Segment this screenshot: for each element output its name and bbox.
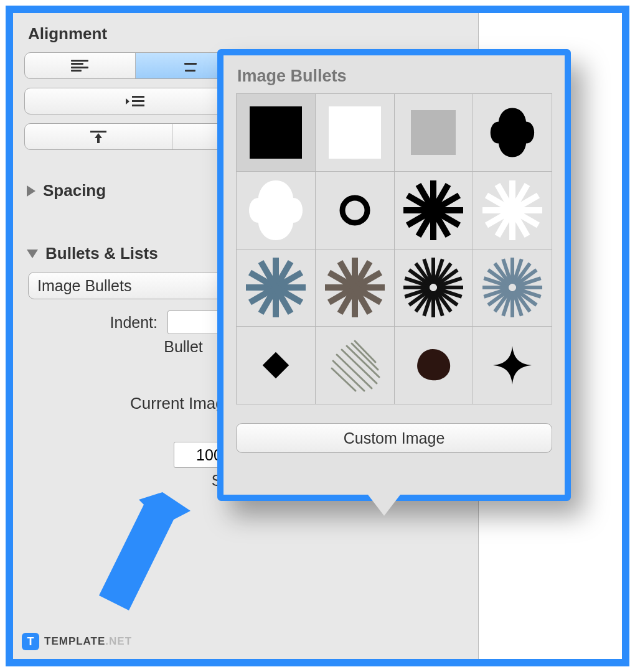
bullet-black-square[interactable]: [237, 94, 315, 171]
bullet-blue-asterisk[interactable]: [237, 250, 315, 327]
footer-badge: T TEMPLATE.NET: [22, 633, 132, 650]
align-left-icon: [71, 60, 88, 72]
popover-title: Image Bullets: [223, 55, 565, 93]
bullet-brown-blob[interactable]: [395, 327, 473, 404]
svg-rect-0: [132, 96, 144, 98]
bullet-black-quatrefoil[interactable]: [473, 94, 552, 171]
valign-top-button[interactable]: [25, 124, 172, 149]
image-bullets-popover: Image Bullets: [217, 49, 571, 501]
svg-rect-76: [263, 352, 289, 378]
popover-tail: [368, 495, 400, 516]
align-left-button[interactable]: [25, 53, 136, 78]
bullet-black-ring[interactable]: [316, 172, 394, 249]
alignment-heading: Alignment: [28, 24, 467, 44]
footer-logo-icon: T: [22, 633, 39, 650]
align-center-icon: [182, 60, 199, 72]
bullet-scribble-diamond[interactable]: [316, 327, 394, 404]
screenshot-frame: Alignment: [6, 6, 629, 666]
indent-decrease-icon: [125, 93, 146, 110]
valign-top-icon: [88, 129, 109, 145]
footer-brand: TEMPLATE.NET: [44, 635, 132, 648]
bullet-black-diamond[interactable]: [237, 327, 315, 404]
svg-rect-1: [132, 100, 144, 102]
svg-rect-2: [132, 105, 144, 106]
custom-image-button[interactable]: Custom Image: [236, 423, 552, 453]
spacing-heading: Spacing: [43, 181, 106, 200]
bullet-black-sunburst[interactable]: [395, 250, 473, 327]
bullet-white-quatrefoil[interactable]: [237, 172, 315, 249]
bullet-black-asterisk[interactable]: [395, 172, 473, 249]
bullets-heading: Bullets & Lists: [45, 244, 158, 263]
custom-image-label: Custom Image: [344, 429, 445, 447]
bullet-white-asterisk[interactable]: [473, 172, 552, 249]
bullet-gray-square[interactable]: [395, 94, 473, 171]
svg-point-11: [342, 198, 367, 223]
indent-decrease-button[interactable]: [25, 88, 246, 114]
chevron-right-icon: [27, 185, 35, 197]
svg-rect-7: [97, 138, 100, 143]
bullet-white-square[interactable]: [316, 94, 394, 171]
bullet-black-sparkle[interactable]: [473, 327, 552, 404]
bullet-brown-asterisk[interactable]: [316, 250, 394, 327]
chevron-down-icon: [27, 250, 38, 258]
indent-label: Indent:: [24, 314, 167, 332]
bullet-blue-sunburst[interactable]: [473, 250, 552, 327]
bullet-type-value: Image Bullets: [37, 277, 131, 295]
bullet-grid: [236, 93, 552, 404]
svg-rect-6: [90, 131, 106, 133]
